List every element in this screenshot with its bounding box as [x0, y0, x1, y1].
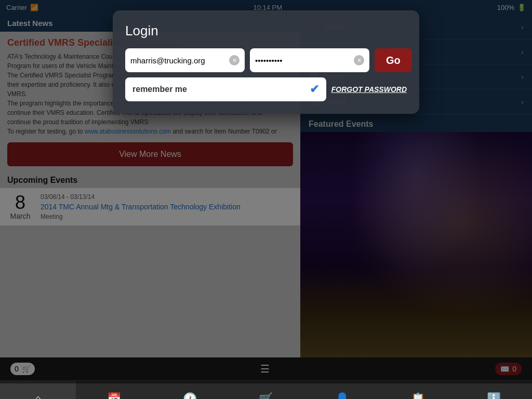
- login-bottom-row: remember me ✔ FORGOT PASSWORD: [125, 77, 407, 101]
- password-field[interactable]: [255, 56, 354, 65]
- tab-store-icon: 🛒: [259, 392, 273, 400]
- remember-me-label: remember me: [132, 85, 187, 94]
- home-icon: ⌂: [34, 392, 41, 400]
- tab-events[interactable]: 📅 Events: [76, 381, 152, 399]
- events-icon: 📅: [107, 392, 121, 400]
- email-clear-button[interactable]: ✕: [229, 55, 240, 65]
- login-overlay: Login ✕ ✕ Go remember me ✔ FORGOT PASSWO…: [0, 0, 532, 383]
- login-credentials-row: ✕ ✕ Go: [125, 48, 407, 72]
- tab-news[interactable]: 📋 News: [380, 381, 456, 399]
- tab-directory-icon: 👤: [335, 392, 349, 400]
- tab-my-schedule[interactable]: 🕐 My Schedule: [152, 381, 228, 399]
- email-field[interactable]: [130, 56, 229, 65]
- tab-main[interactable]: ⌂ Main: [0, 381, 76, 399]
- login-dialog: Login ✕ ✕ Go remember me ✔ FORGOT PASSWO…: [113, 10, 419, 114]
- login-title: Login: [125, 23, 407, 39]
- tab-news-icon: 📋: [411, 392, 425, 400]
- forgot-password-link[interactable]: FORGOT PASSWORD: [331, 85, 407, 94]
- tab-directory[interactable]: 👤 Directory: [304, 381, 380, 399]
- tab-store[interactable]: 🛒 Store: [228, 381, 304, 399]
- tab-info[interactable]: ℹ️ Info: [456, 381, 532, 399]
- password-input-wrap: ✕: [250, 48, 369, 72]
- tab-info-icon: ℹ️: [487, 392, 501, 400]
- go-button[interactable]: Go: [375, 48, 412, 72]
- checkmark-icon[interactable]: ✔: [310, 83, 319, 96]
- password-clear-button[interactable]: ✕: [354, 55, 364, 65]
- schedule-icon: 🕐: [183, 392, 197, 400]
- email-input-wrap: ✕: [125, 48, 245, 72]
- remember-me-wrap: remember me ✔: [125, 77, 326, 101]
